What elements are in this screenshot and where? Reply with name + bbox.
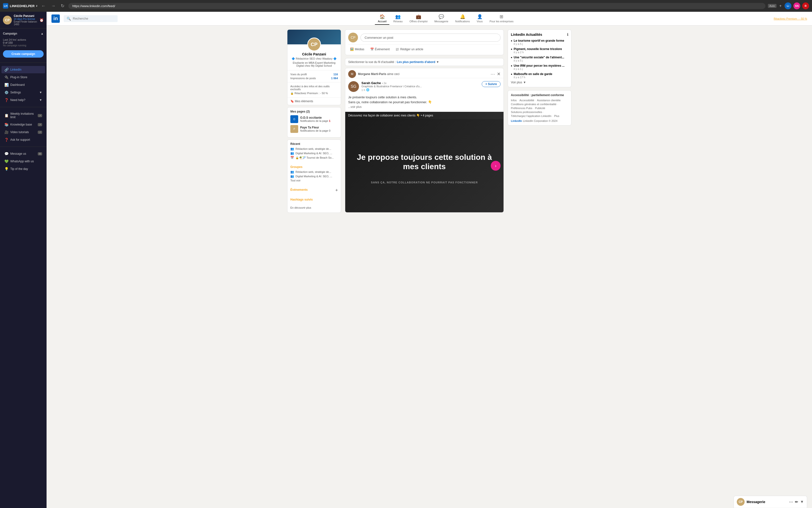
profile-premium-text[interactable]: 🔒 Réactivez Premium : - 50 %: [290, 92, 338, 95]
sidebar-item-plugin-store[interactable]: 🔌 Plug-in Store: [1, 74, 45, 81]
sidebar-item-knowledge-base[interactable]: 📚 Knowledge base ↗: [1, 121, 45, 128]
page-notif-count-ods: 1: [329, 119, 330, 122]
recent-icon-2: 📅: [290, 156, 294, 159]
messagerie-widget[interactable]: CP Messagerie ⋯ ✏ ▼: [733, 496, 807, 508]
sidebar-item-settings[interactable]: ⚙️ Settings ▼: [1, 89, 45, 96]
news-text-2: Une "sécurité sociale" de l'aliment... i…: [514, 56, 564, 62]
messagerie-header[interactable]: CP Messagerie ⋯ ✏ ▼: [734, 496, 807, 508]
profile-premium-box[interactable]: Accédez à des infos et des outils exclus…: [287, 82, 341, 97]
page-item-ptf[interactable]: P Paye Ta Fleur Notifications de la page…: [290, 125, 338, 133]
browser-add-tab-btn[interactable]: +: [778, 3, 782, 9]
sidebar-item-dashboard[interactable]: 📊 Dashboard: [1, 81, 45, 88]
grid-icon: ⊞: [499, 14, 503, 19]
footer-link-infos[interactable]: Infos: [511, 99, 517, 102]
post-input-field[interactable]: Commencer un post: [361, 34, 500, 42]
browser-back-btn[interactable]: ←: [40, 2, 47, 9]
groupe-item-0[interactable]: 👥 Rédaction web, stratégie de...: [290, 170, 338, 174]
post-see-more[interactable]: ...voir plus: [348, 105, 362, 109]
footer-link-plus[interactable]: Plus: [554, 115, 559, 118]
sidebar-whatsapp-icon: 💚: [4, 159, 8, 163]
linkedin-premium-link[interactable]: Réactivez Premium : - 50 %: [774, 17, 807, 20]
sidebar-item-weekly-invitations[interactable]: 📋 Weekly invitations limit ↗: [1, 110, 45, 121]
linkedin-nav-messagerie[interactable]: 💬 Messagerie: [431, 12, 451, 25]
footer-links: Infos · Accessibilité · Assistance clien…: [511, 99, 568, 118]
post-close-btn[interactable]: ✕: [497, 71, 500, 77]
footer-link-publicite[interactable]: Publicité: [535, 107, 545, 110]
recent-icon-0: 👥: [290, 147, 294, 151]
linkedin-search-input[interactable]: [73, 17, 112, 20]
post-action-article[interactable]: 📰 Rédiger un article: [393, 47, 425, 52]
messagerie-minimize-btn[interactable]: ▼: [800, 500, 804, 504]
linkedin-nav-notifications[interactable]: 🔔 Notifications: [452, 12, 473, 25]
footer-link-telecharger[interactable]: Téléchargez l'application LinkedIn: [511, 115, 551, 118]
sidebar-support-icon: ❓: [4, 138, 8, 142]
linkedin-search-box[interactable]: 🔍: [64, 15, 117, 22]
footer-link-prefs[interactable]: Préférences Pubs: [511, 107, 532, 110]
page-item-ods[interactable]: O O.D.S occitanie Notifications de la pa…: [290, 115, 338, 123]
linkedin-logo: in: [51, 14, 60, 23]
recent-item-2[interactable]: 📅 🔒🌴🎾 Tournoi de Beach So...: [290, 156, 338, 159]
post-image-main-text: Je propose toujours cette solution à mes…: [345, 147, 504, 176]
sidebar-campaign-header[interactable]: Campaign ▲: [0, 30, 47, 37]
feed-option[interactable]: Les plus pertinents d'abord: [397, 60, 435, 64]
post-action-medias[interactable]: 🖼️ Médias: [348, 47, 366, 52]
news-item-4[interactable]: • Malbouffe en salle de garde il y a 17 …: [511, 72, 568, 79]
en-decouvrir-link[interactable]: En découvrir plus: [287, 205, 341, 212]
messagerie-dots-btn[interactable]: ⋯: [789, 500, 793, 504]
sidebar-divider-3: [0, 146, 47, 147]
create-campaign-button[interactable]: Create campaign: [3, 50, 44, 57]
sidebar-item-whatsapp[interactable]: 💚 WhatsApp with us: [1, 158, 45, 165]
recent-item-1[interactable]: 👥 Digital Marketing & AI: SEO, ...: [290, 152, 338, 155]
footer-link-assistance[interactable]: Assistance clientèle: [537, 99, 561, 102]
news-show-more[interactable]: Voir plus ▼: [511, 81, 568, 84]
post-action-evenement[interactable]: 📅 Événement: [368, 47, 392, 52]
sidebar-item-linkedin[interactable]: 🔗 LinkedIn: [1, 66, 45, 73]
news-item-2[interactable]: • Une "sécurité sociale" de l'aliment...…: [511, 56, 568, 62]
evenement-label: Événement: [375, 48, 390, 51]
user-icon: 👤: [477, 14, 482, 19]
sidebar-item-ask-support[interactable]: ❓ Ask for support: [1, 136, 45, 143]
evenements-add-icon[interactable]: +: [335, 188, 338, 193]
post-author-name[interactable]: Sarah Gache: [362, 81, 381, 85]
news-info-icon[interactable]: ℹ: [567, 33, 568, 37]
sidebar-item-video-tutorials[interactable]: 🎥 Video tutorials ↗: [1, 128, 45, 136]
browser-url-input[interactable]: [68, 3, 765, 9]
profile-stat-views[interactable]: Vues du profil 116: [290, 73, 338, 76]
profile-stat-impressions[interactable]: Impressions de posts 1 064: [290, 77, 338, 80]
people-icon: 👥: [395, 14, 400, 19]
post-menu-btn[interactable]: ⋯: [490, 71, 495, 77]
linkedin-nav-reseau[interactable]: 👥 Réseau: [390, 12, 405, 25]
browser-refresh-btn[interactable]: ↻: [59, 2, 66, 9]
news-item-0[interactable]: • Le tourisme sportif en grande forme il…: [511, 39, 568, 45]
browser-forward-btn[interactable]: →: [49, 2, 57, 9]
profile-mes-elements[interactable]: 🔖 Mes éléments: [287, 97, 341, 105]
sharer-avatar: M: [348, 70, 356, 78]
footer-link-solutions[interactable]: Solutions professionnelles: [511, 111, 542, 114]
sidebar-item-tip-of-day[interactable]: 💡 Tip of the day: [1, 165, 45, 173]
browser-avatar-r[interactable]: R: [802, 2, 809, 9]
news-item-1[interactable]: • Pigment, nouvelle licorne tricolore il…: [511, 47, 568, 54]
post-creation-box: CP Commencer un post 🖼️ Médias 📅 Événeme…: [345, 30, 504, 55]
linkedin-nav-accueil[interactable]: 🏠 Accueil: [375, 12, 389, 25]
news-item-3[interactable]: • Une IRM pour percer les mystères ... i…: [511, 64, 568, 70]
sidebar-clock-icon[interactable]: ⏰: [40, 18, 44, 22]
footer-link-conditions[interactable]: Conditions générales et confidentialité: [511, 103, 557, 106]
messagerie-edit-btn[interactable]: ✏: [795, 500, 798, 504]
linkedin-nav-vous[interactable]: 👤 Vous: [474, 12, 485, 25]
sidebar-item-need-help[interactable]: ❓ Need help? ▼: [1, 96, 45, 104]
follow-button[interactable]: + Suivre: [482, 81, 500, 87]
browser-avatar-sn[interactable]: SN: [794, 2, 800, 9]
browser-avatar-li[interactable]: Li: [784, 2, 792, 9]
sidebar-item-message-us[interactable]: 💬 Message us M: [1, 150, 45, 157]
feed-selector[interactable]: Sélectionner la vue du fil d'actualité :…: [345, 58, 504, 66]
post-next-button[interactable]: ›: [491, 161, 500, 171]
sidebar-plugin-icon: 🔌: [4, 75, 8, 79]
recent-item-0[interactable]: 👥 Rédaction web, stratégie de...: [290, 147, 338, 151]
groupe-item-1[interactable]: 👥 Digital Marketing & AI: SEO, ...: [290, 175, 338, 178]
tout-voir-link[interactable]: Tout voir: [290, 179, 338, 182]
footer-link-accessibilite[interactable]: Accessibilité: [519, 99, 534, 102]
linkedin-nav-offres[interactable]: 💼 Offres d'emploi: [407, 12, 430, 25]
post-action-bar: 🖼️ Médias 📅 Événement 📰 Rédiger un artic…: [348, 44, 500, 52]
linkedin-nav-enterprise[interactable]: ⊞ Pour les entreprises: [487, 12, 517, 25]
linkedin-nav-enterprise-label: Pour les entreprises: [489, 20, 514, 23]
